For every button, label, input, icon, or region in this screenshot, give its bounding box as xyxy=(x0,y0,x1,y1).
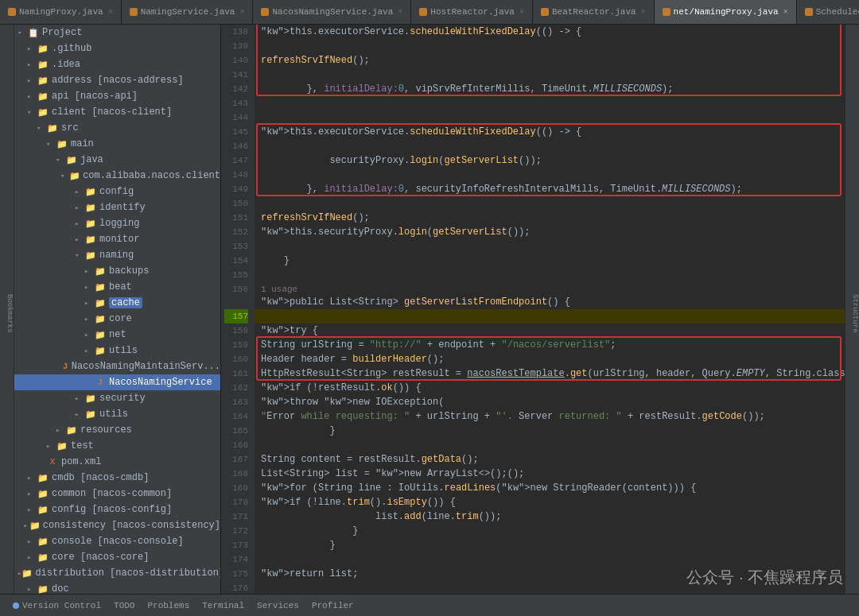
sidebar-item-cache[interactable]: ▸📁cache xyxy=(14,295,220,311)
sidebar-item-beat[interactable]: ▸📁beat xyxy=(14,279,220,295)
code-line-163: "kw">throw "kw">new IOException( xyxy=(255,395,845,409)
tree-icon-net: 📁 xyxy=(94,328,107,341)
sidebar-item-core[interactable]: ▸📁core xyxy=(14,311,220,327)
status-item-3[interactable]: Terminal xyxy=(196,601,251,610)
sidebar-item-cmdb[interactable]: ▸📁cmdb [nacos-cmdb] xyxy=(14,470,220,486)
sidebar-item-com[interactable]: ▾📁com.alibaba.nacos.client xyxy=(14,168,220,184)
tree-icon-utils: 📁 xyxy=(94,344,107,357)
tab-3[interactable]: HostReactor.java× xyxy=(411,0,533,24)
tab-label-4: BeatReactor.java xyxy=(552,7,636,17)
tree-arrow-client: ▾ xyxy=(27,108,37,117)
status-bar: Version ControlTODOProblemsTerminalServi… xyxy=(0,594,859,616)
tree-icon-consistency: 📁 xyxy=(29,519,41,532)
line-number-173: 173 xyxy=(224,538,248,552)
sidebar-item-configmod[interactable]: ▸📁config [nacos-config] xyxy=(14,502,220,517)
sidebar-item-address[interactable]: ▸📁address [nacos-address] xyxy=(14,72,220,88)
tree-label-naming: naming xyxy=(99,250,134,261)
tab-6[interactable]: ScheduledThreadPoolExecutor× xyxy=(797,0,859,24)
tab-close-4[interactable]: × xyxy=(641,8,646,17)
line-number-175: 175 xyxy=(224,567,248,581)
sidebar-item-utils2[interactable]: ▸📁utils xyxy=(14,406,220,422)
tree-arrow-common: ▸ xyxy=(27,490,37,498)
sidebar-item-NacosNamingMaintainServ[interactable]: JNacosNamingMaintainServ... xyxy=(14,358,220,374)
tree-arrow-net: ▸ xyxy=(84,331,94,339)
tab-4[interactable]: BeatReactor.java× xyxy=(533,0,655,24)
line-number-147: 147 xyxy=(224,153,248,168)
line-number-169: 169 xyxy=(224,481,248,495)
line-number-159: 159 xyxy=(224,338,248,352)
sidebar-item-config[interactable]: ▸📁config xyxy=(14,184,220,200)
tree-label-NacosNamingService: NacosNamingService xyxy=(109,377,212,388)
sidebar-item-backups[interactable]: ▸📁backups xyxy=(14,263,220,279)
status-label-0: Version Control xyxy=(22,601,101,610)
code-content[interactable]: "kw">this.executorService.scheduleWithFi… xyxy=(255,25,845,594)
status-item-1[interactable]: TODO xyxy=(107,601,141,610)
sidebar-item-git[interactable]: ▸📁.github xyxy=(14,41,220,56)
status-label-1: TODO xyxy=(114,601,134,610)
tab-2[interactable]: NacosNamingService.java× xyxy=(253,0,411,24)
tab-close-2[interactable]: × xyxy=(398,8,402,17)
code-line-173: } xyxy=(255,538,845,552)
status-item-5[interactable]: Profiler xyxy=(305,601,360,610)
line-number-141: 141 xyxy=(224,68,248,82)
code-line-144 xyxy=(255,110,845,125)
sidebar-item-doc[interactable]: ▸📁doc xyxy=(14,581,220,594)
sidebar-item-security[interactable]: ▸📁security xyxy=(14,390,220,406)
sidebar-item-src[interactable]: ▾📁src xyxy=(14,120,220,136)
tree-label-coremod: core [nacos-core] xyxy=(52,552,149,563)
tab-1[interactable]: NamingService.java× xyxy=(122,0,254,24)
tree-icon-common: 📁 xyxy=(37,487,49,500)
sidebar-item-logging[interactable]: ▸📁logging xyxy=(14,215,220,231)
sidebar-item-main[interactable]: ▾📁main xyxy=(14,136,220,152)
sidebar-item-naming[interactable]: ▾📁naming xyxy=(14,247,220,263)
sidebar-item-NacosNamingService[interactable]: JNacosNamingService xyxy=(14,374,220,390)
sidebar-item-console[interactable]: ▸📁console [nacos-console] xyxy=(14,533,220,549)
tree-icon-com: 📁 xyxy=(69,169,80,182)
sidebar-item-consistency[interactable]: ▸📁consistency [nacos-consistency] xyxy=(14,517,220,533)
tree-arrow-address: ▸ xyxy=(27,76,37,85)
tab-5[interactable]: net/NamingProxy.java× xyxy=(655,0,797,24)
sidebar-item-test2[interactable]: ▸📁test xyxy=(14,438,220,454)
sidebar-item-common[interactable]: ▸📁common [nacos-common] xyxy=(14,486,220,502)
sidebar-item-utils[interactable]: ▸📁utils xyxy=(14,343,220,358)
tab-close-1[interactable]: × xyxy=(239,8,244,17)
sidebar-item-identify[interactable]: ▸📁identify xyxy=(14,200,220,215)
code-line-142: }, initialDelay: 0, vipSrvRefInterMillis… xyxy=(255,82,845,96)
sidebar-item-monitor[interactable]: ▸📁monitor xyxy=(14,231,220,247)
tab-close-3[interactable]: × xyxy=(519,8,524,17)
sidebar-item-api[interactable]: ▸📁api [nacos-api] xyxy=(14,88,220,104)
sidebar-item-resources[interactable]: ▸📁resources xyxy=(14,422,220,438)
bookmarks-sidebar[interactable]: Bookmarks xyxy=(0,25,14,594)
tree-icon-test2: 📁 xyxy=(56,440,68,452)
sidebar: ▾📋Project▸📁.github▸📁.idea▸📁address [naco… xyxy=(14,25,221,594)
status-item-0[interactable]: Version Control xyxy=(6,601,107,610)
sidebar-item-project-root[interactable]: ▾📋Project xyxy=(14,25,220,41)
tab-0[interactable]: NamingProxy.java× xyxy=(0,0,122,24)
tree-label-doc: doc xyxy=(52,583,69,594)
structure-sidebar[interactable]: Structure xyxy=(845,25,859,594)
sidebar-item-distribution[interactable]: ▸📁distribution [nacos-distribution] xyxy=(14,565,220,581)
status-item-4[interactable]: Services xyxy=(251,601,305,610)
line-number-155: 155 xyxy=(224,268,248,282)
tab-label-6: ScheduledThreadPoolExecutor xyxy=(816,7,859,17)
status-item-2[interactable]: Problems xyxy=(141,601,196,610)
tree-label-distribution: distribution [nacos-distribution] xyxy=(35,568,221,579)
tab-close-5[interactable]: × xyxy=(783,8,788,17)
code-line-154: } xyxy=(255,254,845,268)
tree-label-main: main xyxy=(71,138,94,149)
tree-label-pomxml: pom.xml xyxy=(61,456,101,467)
sidebar-item-coremod[interactable]: ▸📁core [nacos-core] xyxy=(14,549,220,565)
sidebar-item-pomxml[interactable]: Xpom.xml xyxy=(14,454,220,470)
tree-arrow-src: ▾ xyxy=(37,124,46,133)
code-line-140: refreshSrvIfNeed(); xyxy=(255,53,845,68)
tree-arrow-java: ▾ xyxy=(56,156,65,165)
sidebar-item-idea[interactable]: ▸📁.idea xyxy=(14,56,220,72)
sidebar-item-net[interactable]: ▸📁net xyxy=(14,327,220,343)
tab-icon-5 xyxy=(663,8,670,16)
sidebar-item-client[interactable]: ▾📁client [nacos-client] xyxy=(14,104,220,120)
tree-icon-client: 📁 xyxy=(37,106,49,118)
sidebar-item-java[interactable]: ▾📁java xyxy=(14,152,220,168)
tree-icon-address: 📁 xyxy=(37,74,49,87)
code-line-157 xyxy=(255,309,845,323)
tab-close-0[interactable]: × xyxy=(108,8,113,17)
